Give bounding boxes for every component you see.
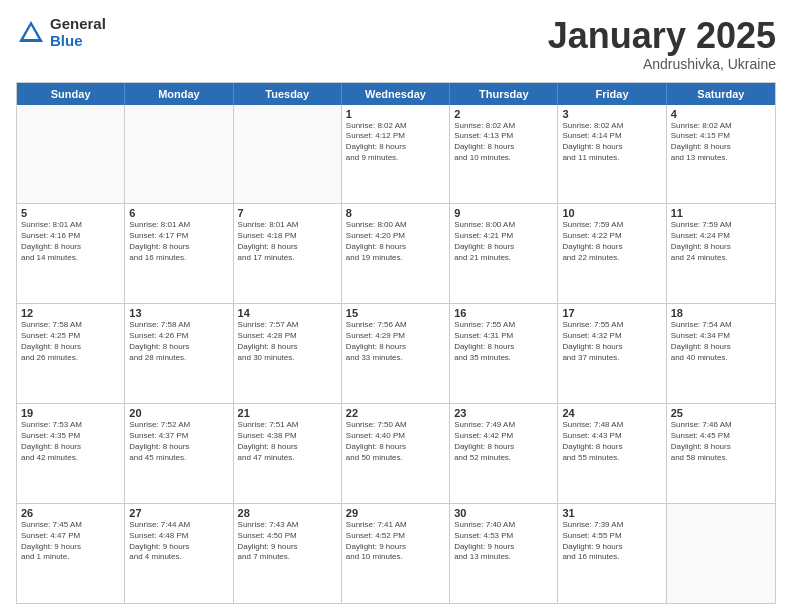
day-number: 6 [129, 207, 228, 219]
day-number: 12 [21, 307, 120, 319]
cell-sun-info: Sunrise: 8:02 AM Sunset: 4:14 PM Dayligh… [562, 121, 661, 164]
calendar-cell: 4Sunrise: 8:02 AM Sunset: 4:15 PM Daylig… [667, 105, 775, 204]
day-number: 22 [346, 407, 445, 419]
header-day-sunday: Sunday [17, 83, 125, 105]
day-number: 24 [562, 407, 661, 419]
header-day-saturday: Saturday [667, 83, 775, 105]
cell-sun-info: Sunrise: 7:57 AM Sunset: 4:28 PM Dayligh… [238, 320, 337, 363]
calendar-cell: 2Sunrise: 8:02 AM Sunset: 4:13 PM Daylig… [450, 105, 558, 204]
day-number: 10 [562, 207, 661, 219]
calendar-header: SundayMondayTuesdayWednesdayThursdayFrid… [17, 83, 775, 105]
calendar-cell: 28Sunrise: 7:43 AM Sunset: 4:50 PM Dayli… [234, 504, 342, 603]
day-number: 29 [346, 507, 445, 519]
day-number: 15 [346, 307, 445, 319]
day-number: 2 [454, 108, 553, 120]
calendar-body: 1Sunrise: 8:02 AM Sunset: 4:12 PM Daylig… [17, 105, 775, 603]
cell-sun-info: Sunrise: 7:43 AM Sunset: 4:50 PM Dayligh… [238, 520, 337, 563]
calendar-row-1: 1Sunrise: 8:02 AM Sunset: 4:12 PM Daylig… [17, 105, 775, 204]
calendar: SundayMondayTuesdayWednesdayThursdayFrid… [16, 82, 776, 604]
calendar-cell: 14Sunrise: 7:57 AM Sunset: 4:28 PM Dayli… [234, 304, 342, 403]
calendar-cell: 27Sunrise: 7:44 AM Sunset: 4:48 PM Dayli… [125, 504, 233, 603]
day-number: 23 [454, 407, 553, 419]
page: General Blue January 2025 Andrushivka, U… [0, 0, 792, 612]
cell-sun-info: Sunrise: 7:55 AM Sunset: 4:32 PM Dayligh… [562, 320, 661, 363]
calendar-cell [17, 105, 125, 204]
day-number: 4 [671, 108, 771, 120]
cell-sun-info: Sunrise: 7:40 AM Sunset: 4:53 PM Dayligh… [454, 520, 553, 563]
calendar-cell: 17Sunrise: 7:55 AM Sunset: 4:32 PM Dayli… [558, 304, 666, 403]
calendar-row-2: 5Sunrise: 8:01 AM Sunset: 4:16 PM Daylig… [17, 203, 775, 303]
logo: General Blue [16, 16, 106, 49]
cell-sun-info: Sunrise: 7:59 AM Sunset: 4:22 PM Dayligh… [562, 220, 661, 263]
day-number: 30 [454, 507, 553, 519]
day-number: 7 [238, 207, 337, 219]
calendar-cell [125, 105, 233, 204]
calendar-cell: 30Sunrise: 7:40 AM Sunset: 4:53 PM Dayli… [450, 504, 558, 603]
logo-general-label: General [50, 16, 106, 33]
calendar-cell: 12Sunrise: 7:58 AM Sunset: 4:25 PM Dayli… [17, 304, 125, 403]
day-number: 9 [454, 207, 553, 219]
title-block: January 2025 Andrushivka, Ukraine [548, 16, 776, 72]
day-number: 16 [454, 307, 553, 319]
calendar-cell [234, 105, 342, 204]
cell-sun-info: Sunrise: 7:59 AM Sunset: 4:24 PM Dayligh… [671, 220, 771, 263]
day-number: 27 [129, 507, 228, 519]
cell-sun-info: Sunrise: 7:45 AM Sunset: 4:47 PM Dayligh… [21, 520, 120, 563]
day-number: 28 [238, 507, 337, 519]
calendar-cell: 8Sunrise: 8:00 AM Sunset: 4:20 PM Daylig… [342, 204, 450, 303]
calendar-cell: 9Sunrise: 8:00 AM Sunset: 4:21 PM Daylig… [450, 204, 558, 303]
cell-sun-info: Sunrise: 7:53 AM Sunset: 4:35 PM Dayligh… [21, 420, 120, 463]
cell-sun-info: Sunrise: 8:00 AM Sunset: 4:21 PM Dayligh… [454, 220, 553, 263]
calendar-cell: 23Sunrise: 7:49 AM Sunset: 4:42 PM Dayli… [450, 404, 558, 503]
header-day-monday: Monday [125, 83, 233, 105]
cell-sun-info: Sunrise: 7:58 AM Sunset: 4:26 PM Dayligh… [129, 320, 228, 363]
calendar-cell: 20Sunrise: 7:52 AM Sunset: 4:37 PM Dayli… [125, 404, 233, 503]
header-day-tuesday: Tuesday [234, 83, 342, 105]
calendar-row-3: 12Sunrise: 7:58 AM Sunset: 4:25 PM Dayli… [17, 303, 775, 403]
calendar-row-5: 26Sunrise: 7:45 AM Sunset: 4:47 PM Dayli… [17, 503, 775, 603]
cell-sun-info: Sunrise: 7:52 AM Sunset: 4:37 PM Dayligh… [129, 420, 228, 463]
location-subtitle: Andrushivka, Ukraine [548, 56, 776, 72]
calendar-cell: 31Sunrise: 7:39 AM Sunset: 4:55 PM Dayli… [558, 504, 666, 603]
cell-sun-info: Sunrise: 7:55 AM Sunset: 4:31 PM Dayligh… [454, 320, 553, 363]
cell-sun-info: Sunrise: 7:48 AM Sunset: 4:43 PM Dayligh… [562, 420, 661, 463]
day-number: 26 [21, 507, 120, 519]
day-number: 13 [129, 307, 228, 319]
calendar-cell: 29Sunrise: 7:41 AM Sunset: 4:52 PM Dayli… [342, 504, 450, 603]
calendar-cell: 24Sunrise: 7:48 AM Sunset: 4:43 PM Dayli… [558, 404, 666, 503]
cell-sun-info: Sunrise: 7:58 AM Sunset: 4:25 PM Dayligh… [21, 320, 120, 363]
month-title: January 2025 [548, 16, 776, 56]
day-number: 21 [238, 407, 337, 419]
calendar-cell: 6Sunrise: 8:01 AM Sunset: 4:17 PM Daylig… [125, 204, 233, 303]
day-number: 20 [129, 407, 228, 419]
calendar-cell: 25Sunrise: 7:46 AM Sunset: 4:45 PM Dayli… [667, 404, 775, 503]
calendar-cell: 22Sunrise: 7:50 AM Sunset: 4:40 PM Dayli… [342, 404, 450, 503]
calendar-cell: 1Sunrise: 8:02 AM Sunset: 4:12 PM Daylig… [342, 105, 450, 204]
calendar-row-4: 19Sunrise: 7:53 AM Sunset: 4:35 PM Dayli… [17, 403, 775, 503]
header-day-thursday: Thursday [450, 83, 558, 105]
cell-sun-info: Sunrise: 7:56 AM Sunset: 4:29 PM Dayligh… [346, 320, 445, 363]
day-number: 1 [346, 108, 445, 120]
calendar-cell: 16Sunrise: 7:55 AM Sunset: 4:31 PM Dayli… [450, 304, 558, 403]
calendar-cell: 26Sunrise: 7:45 AM Sunset: 4:47 PM Dayli… [17, 504, 125, 603]
logo-icon [16, 18, 46, 48]
calendar-cell: 11Sunrise: 7:59 AM Sunset: 4:24 PM Dayli… [667, 204, 775, 303]
header-day-friday: Friday [558, 83, 666, 105]
cell-sun-info: Sunrise: 8:01 AM Sunset: 4:16 PM Dayligh… [21, 220, 120, 263]
cell-sun-info: Sunrise: 7:49 AM Sunset: 4:42 PM Dayligh… [454, 420, 553, 463]
day-number: 11 [671, 207, 771, 219]
day-number: 19 [21, 407, 120, 419]
header: General Blue January 2025 Andrushivka, U… [16, 16, 776, 72]
calendar-cell: 18Sunrise: 7:54 AM Sunset: 4:34 PM Dayli… [667, 304, 775, 403]
day-number: 18 [671, 307, 771, 319]
day-number: 5 [21, 207, 120, 219]
logo-text: General Blue [50, 16, 106, 49]
calendar-cell [667, 504, 775, 603]
cell-sun-info: Sunrise: 7:44 AM Sunset: 4:48 PM Dayligh… [129, 520, 228, 563]
day-number: 25 [671, 407, 771, 419]
header-day-wednesday: Wednesday [342, 83, 450, 105]
cell-sun-info: Sunrise: 7:46 AM Sunset: 4:45 PM Dayligh… [671, 420, 771, 463]
cell-sun-info: Sunrise: 8:02 AM Sunset: 4:12 PM Dayligh… [346, 121, 445, 164]
cell-sun-info: Sunrise: 7:41 AM Sunset: 4:52 PM Dayligh… [346, 520, 445, 563]
cell-sun-info: Sunrise: 7:51 AM Sunset: 4:38 PM Dayligh… [238, 420, 337, 463]
